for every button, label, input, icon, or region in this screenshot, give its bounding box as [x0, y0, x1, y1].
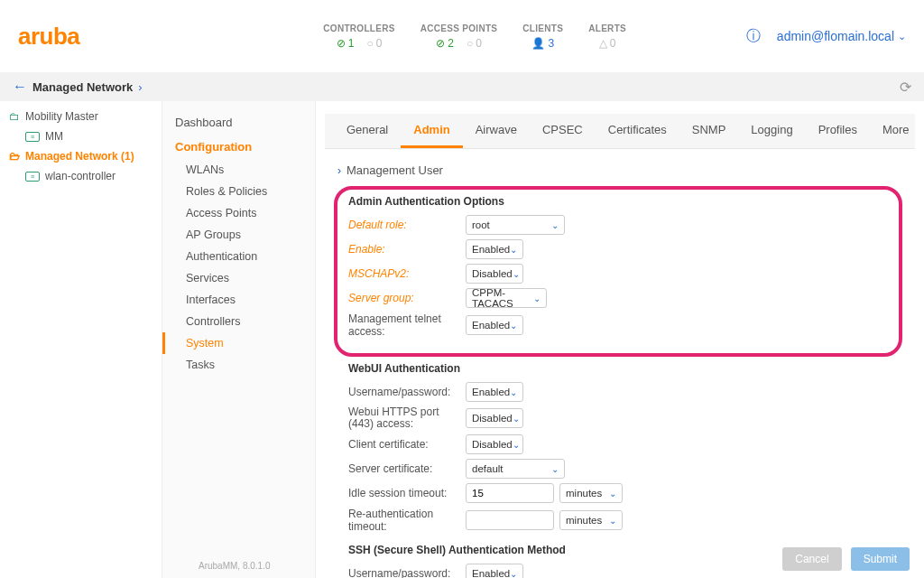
- nav-controllers[interactable]: Controllers: [162, 311, 315, 332]
- main-panel: General Admin Airwave CPSEC Certificates…: [316, 101, 924, 578]
- nav-tasks[interactable]: Tasks: [162, 354, 315, 376]
- nav-system[interactable]: System: [162, 332, 315, 354]
- section-management-user[interactable]: ›Management User: [337, 158, 902, 182]
- default-role-select[interactable]: root⌄: [466, 215, 565, 235]
- ssh-userpass-select[interactable]: Enabled⌄: [466, 564, 523, 578]
- tab-bar: General Admin Airwave CPSEC Certificates…: [325, 114, 915, 149]
- tab-certificates[interactable]: Certificates: [596, 114, 679, 148]
- tree-mobility-master[interactable]: 🗀Mobility Master: [0, 107, 162, 126]
- help-icon[interactable]: ⓘ: [746, 27, 761, 46]
- telnet-select[interactable]: Enabled⌄: [466, 315, 523, 335]
- stat-clients[interactable]: CLIENTS 👤 3: [522, 23, 563, 50]
- stat-alerts[interactable]: ALERTS △ 0: [588, 23, 626, 50]
- chevron-down-icon: ⌄: [609, 516, 616, 526]
- server-cert-select[interactable]: default⌄: [466, 459, 565, 479]
- folder-open-icon: 🗁: [9, 150, 20, 163]
- nav-configuration[interactable]: Configuration: [162, 135, 315, 159]
- breadcrumb-bar: ← Managed Network › ⟳: [0, 72, 924, 101]
- stat-access-points[interactable]: ACCESS POINTS ⊘ 2 ○ 0: [420, 23, 498, 50]
- client-cert-select[interactable]: Disabled⌄: [466, 434, 523, 454]
- submit-button[interactable]: Submit: [851, 547, 910, 571]
- chevron-down-icon: ⌄: [510, 569, 517, 578]
- chevron-down-icon: ⌄: [510, 245, 517, 255]
- tree-mm[interactable]: ≡MM: [0, 126, 162, 146]
- idle-timeout-label: Idle session timeout:: [348, 487, 466, 499]
- telnet-label: Management telnet access:: [348, 312, 466, 338]
- chevron-down-icon: ⌄: [510, 321, 517, 331]
- webui-userpass-select[interactable]: Enabled⌄: [466, 382, 523, 402]
- chevron-right-icon: ›: [337, 164, 341, 177]
- chevron-down-icon: ⌄: [513, 269, 520, 279]
- side-nav: Dashboard Configuration WLANs Roles & Po…: [162, 101, 316, 578]
- nav-ap-groups[interactable]: AP Groups: [162, 224, 315, 246]
- tree-managed-network[interactable]: 🗁Managed Network (1): [0, 146, 162, 166]
- tab-logging[interactable]: Logging: [738, 114, 805, 148]
- nav-access-points[interactable]: Access Points: [162, 202, 315, 224]
- nav-wlans[interactable]: WLANs: [162, 159, 315, 181]
- tab-cpsec[interactable]: CPSEC: [530, 114, 596, 148]
- nav-roles-policies[interactable]: Roles & Policies: [162, 181, 315, 202]
- check-icon: ⊘ 1: [337, 37, 355, 50]
- idle-timeout-unit[interactable]: minutes⌄: [559, 483, 623, 503]
- tab-admin[interactable]: Admin: [401, 114, 462, 148]
- device-icon: ≡: [25, 172, 40, 182]
- admin-auth-title: Admin Authentication Options: [348, 195, 888, 208]
- nav-interfaces[interactable]: Interfaces: [162, 289, 315, 311]
- brand-logo: aruba: [18, 23, 79, 51]
- sync-icon[interactable]: ⟳: [900, 79, 911, 96]
- reauth-timeout-label: Re-authentication timeout:: [348, 508, 466, 533]
- dim-icon: ○ 0: [366, 37, 382, 50]
- stat-controllers[interactable]: CONTROLLERS ⊘ 1 ○ 0: [323, 23, 394, 50]
- reauth-timeout-unit[interactable]: minutes⌄: [559, 510, 623, 530]
- client-cert-label: Client certificate:: [348, 438, 466, 451]
- nav-services[interactable]: Services: [162, 267, 315, 289]
- alert-icon: △ 0: [599, 37, 616, 50]
- idle-timeout-input[interactable]: [466, 483, 554, 503]
- mschap-select[interactable]: Disabled⌄: [466, 264, 523, 284]
- server-group-select[interactable]: CPPM-TACACS⌄: [466, 288, 547, 308]
- tab-profiles[interactable]: Profiles: [806, 114, 870, 148]
- tree-panel: 🗀Mobility Master ≡MM 🗁Managed Network (1…: [0, 101, 162, 578]
- dim-icon: ○ 0: [467, 37, 482, 50]
- mschap-label: MSCHAPv2:: [348, 267, 466, 280]
- enable-label: Enable:: [348, 243, 466, 256]
- webui-https-label: Webui HTTPS port (443) access:: [348, 406, 466, 430]
- chevron-down-icon: ⌄: [551, 464, 559, 474]
- server-group-label: Server group:: [348, 292, 466, 304]
- folder-icon: 🗀: [9, 110, 20, 123]
- person-icon: 👤 3: [531, 37, 554, 50]
- default-role-label: Default role:: [348, 219, 466, 231]
- ssh-userpass-label: Username/password:: [348, 567, 466, 578]
- version-label: ArubaMM, 8.0.1.0: [199, 561, 270, 571]
- device-icon: ≡: [25, 132, 40, 142]
- reauth-timeout-input[interactable]: [466, 510, 554, 530]
- breadcrumb-title: Managed Network: [32, 80, 133, 94]
- nav-authentication[interactable]: Authentication: [162, 246, 315, 267]
- topbar: aruba CONTROLLERS ⊘ 1 ○ 0 ACCESS POINTS …: [0, 0, 924, 72]
- chevron-down-icon: ⌄: [551, 220, 559, 230]
- webui-https-select[interactable]: Disabled⌄: [466, 408, 523, 428]
- check-icon: ⊘ 2: [436, 37, 454, 50]
- enable-select[interactable]: Enabled⌄: [466, 239, 523, 259]
- chevron-down-icon: ⌄: [513, 414, 520, 424]
- chevron-down-icon: ⌄: [898, 31, 906, 42]
- chevron-down-icon: ⌄: [609, 489, 616, 499]
- tab-more[interactable]: More: [870, 114, 922, 148]
- chevron-down-icon: ⌄: [533, 294, 541, 303]
- tab-general[interactable]: General: [334, 114, 401, 148]
- cancel-button[interactable]: Cancel: [782, 547, 841, 571]
- user-menu[interactable]: admin@flomain.local ⌄: [777, 29, 906, 43]
- nav-dashboard[interactable]: Dashboard: [162, 110, 315, 135]
- chevron-down-icon: ⌄: [513, 440, 520, 450]
- tab-snmp[interactable]: SNMP: [679, 114, 739, 148]
- server-cert-label: Server certificate:: [348, 462, 466, 475]
- tab-airwave[interactable]: Airwave: [463, 114, 530, 148]
- stats-bar: CONTROLLERS ⊘ 1 ○ 0 ACCESS POINTS ⊘ 2 ○ …: [323, 23, 626, 50]
- webui-userpass-label: Username/password:: [348, 386, 466, 398]
- tree-wlan-controller[interactable]: ≡wlan-controller: [0, 166, 162, 186]
- webui-auth-title: WebUI Authentication: [348, 362, 902, 375]
- admin-auth-highlight: Admin Authentication Options Default rol…: [334, 186, 902, 357]
- back-arrow-icon[interactable]: ←: [13, 79, 27, 95]
- chevron-down-icon: ⌄: [510, 387, 517, 397]
- chevron-right-icon[interactable]: ›: [138, 80, 142, 94]
